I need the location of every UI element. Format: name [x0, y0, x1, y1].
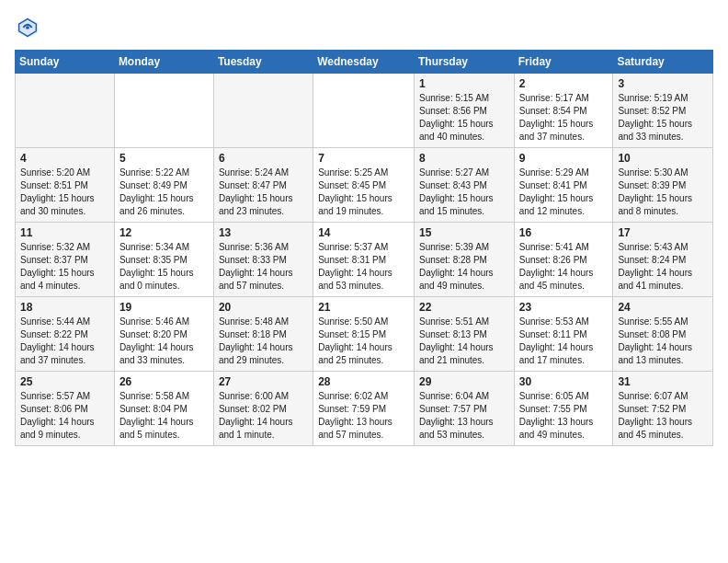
calendar-cell: 23Sunrise: 5:53 AM Sunset: 8:11 PM Dayli… — [514, 297, 613, 372]
day-number: 10 — [618, 152, 708, 165]
day-number: 29 — [419, 375, 509, 388]
day-info: Sunrise: 5:57 AM Sunset: 8:06 PM Dayligh… — [20, 390, 109, 442]
day-info: Sunrise: 5:32 AM Sunset: 8:37 PM Dayligh… — [20, 241, 109, 293]
calendar-cell — [16, 74, 115, 148]
day-info: Sunrise: 5:58 AM Sunset: 8:04 PM Dayligh… — [119, 390, 209, 442]
calendar-cell: 10Sunrise: 5:30 AM Sunset: 8:39 PM Dayli… — [613, 148, 713, 223]
day-number: 5 — [119, 152, 209, 165]
day-info: Sunrise: 5:43 AM Sunset: 8:24 PM Dayligh… — [618, 241, 708, 293]
day-number: 15 — [419, 226, 509, 239]
header-day-thursday: Thursday — [414, 51, 514, 74]
calendar-cell: 4Sunrise: 5:20 AM Sunset: 8:51 PM Daylig… — [16, 148, 115, 223]
day-info: Sunrise: 5:55 AM Sunset: 8:08 PM Dayligh… — [618, 316, 708, 367]
day-info: Sunrise: 5:37 AM Sunset: 8:31 PM Dayligh… — [318, 241, 409, 293]
calendar-cell: 8Sunrise: 5:27 AM Sunset: 8:43 PM Daylig… — [414, 148, 514, 223]
calendar-header: SundayMondayTuesdayWednesdayThursdayFrid… — [16, 51, 713, 74]
svg-point-2 — [26, 26, 29, 29]
calendar-cell: 6Sunrise: 5:24 AM Sunset: 8:47 PM Daylig… — [213, 148, 313, 223]
day-number: 1 — [419, 77, 509, 90]
day-info: Sunrise: 5:53 AM Sunset: 8:11 PM Dayligh… — [519, 316, 609, 367]
logo-icon — [15, 15, 40, 40]
calendar-cell: 21Sunrise: 5:50 AM Sunset: 8:15 PM Dayli… — [313, 297, 415, 372]
day-info: Sunrise: 5:50 AM Sunset: 8:15 PM Dayligh… — [318, 316, 409, 367]
calendar-cell: 9Sunrise: 5:29 AM Sunset: 8:41 PM Daylig… — [514, 148, 613, 223]
calendar-cell: 25Sunrise: 5:57 AM Sunset: 8:06 PM Dayli… — [16, 372, 115, 446]
day-number: 3 — [618, 77, 708, 90]
day-number: 22 — [419, 301, 509, 314]
calendar-cell: 28Sunrise: 6:02 AM Sunset: 7:59 PM Dayli… — [313, 372, 415, 446]
header-row: SundayMondayTuesdayWednesdayThursdayFrid… — [16, 51, 713, 74]
day-number: 28 — [318, 375, 409, 388]
calendar-week-2: 11Sunrise: 5:32 AM Sunset: 8:37 PM Dayli… — [16, 223, 713, 297]
day-info: Sunrise: 5:44 AM Sunset: 8:22 PM Dayligh… — [20, 316, 109, 367]
day-info: Sunrise: 5:46 AM Sunset: 8:20 PM Dayligh… — [119, 316, 209, 367]
calendar-cell: 29Sunrise: 6:04 AM Sunset: 7:57 PM Dayli… — [414, 372, 514, 446]
day-number: 30 — [519, 375, 609, 388]
day-info: Sunrise: 5:34 AM Sunset: 8:35 PM Dayligh… — [119, 241, 209, 293]
calendar-cell: 2Sunrise: 5:17 AM Sunset: 8:54 PM Daylig… — [514, 74, 613, 148]
day-info: Sunrise: 5:20 AM Sunset: 8:51 PM Dayligh… — [20, 167, 109, 218]
calendar-cell: 12Sunrise: 5:34 AM Sunset: 8:35 PM Dayli… — [114, 223, 213, 297]
day-info: Sunrise: 6:04 AM Sunset: 7:57 PM Dayligh… — [419, 390, 509, 442]
logo — [15, 15, 44, 40]
day-number: 24 — [618, 301, 708, 314]
day-info: Sunrise: 6:07 AM Sunset: 7:52 PM Dayligh… — [618, 390, 708, 442]
day-number: 21 — [318, 301, 409, 314]
calendar-cell: 26Sunrise: 5:58 AM Sunset: 8:04 PM Dayli… — [114, 372, 213, 446]
day-number: 8 — [419, 152, 509, 165]
day-number: 7 — [318, 152, 409, 165]
day-number: 14 — [318, 226, 409, 239]
day-number: 11 — [20, 226, 109, 239]
day-info: Sunrise: 5:22 AM Sunset: 8:49 PM Dayligh… — [119, 167, 209, 218]
day-number: 16 — [519, 226, 609, 239]
calendar-cell: 31Sunrise: 6:07 AM Sunset: 7:52 PM Dayli… — [613, 372, 713, 446]
day-info: Sunrise: 5:29 AM Sunset: 8:41 PM Dayligh… — [519, 167, 609, 218]
day-number: 26 — [119, 375, 209, 388]
page-header — [15, 15, 713, 40]
calendar-cell: 19Sunrise: 5:46 AM Sunset: 8:20 PM Dayli… — [114, 297, 213, 372]
calendar-cell: 7Sunrise: 5:25 AM Sunset: 8:45 PM Daylig… — [313, 148, 415, 223]
day-number: 2 — [519, 77, 609, 90]
day-info: Sunrise: 5:39 AM Sunset: 8:28 PM Dayligh… — [419, 241, 509, 293]
day-info: Sunrise: 5:48 AM Sunset: 8:18 PM Dayligh… — [219, 316, 308, 367]
calendar-week-1: 4Sunrise: 5:20 AM Sunset: 8:51 PM Daylig… — [16, 148, 713, 223]
calendar-table: SundayMondayTuesdayWednesdayThursdayFrid… — [15, 50, 713, 446]
calendar-cell: 30Sunrise: 6:05 AM Sunset: 7:55 PM Dayli… — [514, 372, 613, 446]
day-number: 4 — [20, 152, 109, 165]
day-info: Sunrise: 5:17 AM Sunset: 8:54 PM Dayligh… — [519, 92, 609, 144]
day-info: Sunrise: 5:19 AM Sunset: 8:52 PM Dayligh… — [618, 92, 708, 144]
header-day-tuesday: Tuesday — [213, 51, 313, 74]
day-info: Sunrise: 5:41 AM Sunset: 8:26 PM Dayligh… — [519, 241, 609, 293]
calendar-cell: 1Sunrise: 5:15 AM Sunset: 8:56 PM Daylig… — [414, 74, 514, 148]
day-info: Sunrise: 5:36 AM Sunset: 8:33 PM Dayligh… — [219, 241, 308, 293]
day-number: 12 — [119, 226, 209, 239]
day-number: 18 — [20, 301, 109, 314]
calendar-cell: 14Sunrise: 5:37 AM Sunset: 8:31 PM Dayli… — [313, 223, 415, 297]
calendar-week-4: 25Sunrise: 5:57 AM Sunset: 8:06 PM Dayli… — [16, 372, 713, 446]
day-number: 23 — [519, 301, 609, 314]
calendar-cell: 5Sunrise: 5:22 AM Sunset: 8:49 PM Daylig… — [114, 148, 213, 223]
day-number: 31 — [618, 375, 708, 388]
calendar-cell: 24Sunrise: 5:55 AM Sunset: 8:08 PM Dayli… — [613, 297, 713, 372]
calendar-body: 1Sunrise: 5:15 AM Sunset: 8:56 PM Daylig… — [16, 74, 713, 446]
day-info: Sunrise: 5:51 AM Sunset: 8:13 PM Dayligh… — [419, 316, 509, 367]
day-info: Sunrise: 5:15 AM Sunset: 8:56 PM Dayligh… — [419, 92, 509, 144]
day-info: Sunrise: 6:00 AM Sunset: 8:02 PM Dayligh… — [219, 390, 308, 442]
header-day-sunday: Sunday — [16, 51, 115, 74]
calendar-cell — [313, 74, 415, 148]
calendar-cell: 18Sunrise: 5:44 AM Sunset: 8:22 PM Dayli… — [16, 297, 115, 372]
calendar-cell: 11Sunrise: 5:32 AM Sunset: 8:37 PM Dayli… — [16, 223, 115, 297]
calendar-cell: 17Sunrise: 5:43 AM Sunset: 8:24 PM Dayli… — [613, 223, 713, 297]
header-day-friday: Friday — [514, 51, 613, 74]
header-day-monday: Monday — [114, 51, 213, 74]
day-info: Sunrise: 5:30 AM Sunset: 8:39 PM Dayligh… — [618, 167, 708, 218]
calendar-cell: 13Sunrise: 5:36 AM Sunset: 8:33 PM Dayli… — [213, 223, 313, 297]
calendar-cell: 22Sunrise: 5:51 AM Sunset: 8:13 PM Dayli… — [414, 297, 514, 372]
header-day-wednesday: Wednesday — [313, 51, 415, 74]
day-info: Sunrise: 6:05 AM Sunset: 7:55 PM Dayligh… — [519, 390, 609, 442]
day-info: Sunrise: 6:02 AM Sunset: 7:59 PM Dayligh… — [318, 390, 409, 442]
day-number: 25 — [20, 375, 109, 388]
calendar-cell: 3Sunrise: 5:19 AM Sunset: 8:52 PM Daylig… — [613, 74, 713, 148]
day-number: 6 — [219, 152, 308, 165]
calendar-cell — [213, 74, 313, 148]
